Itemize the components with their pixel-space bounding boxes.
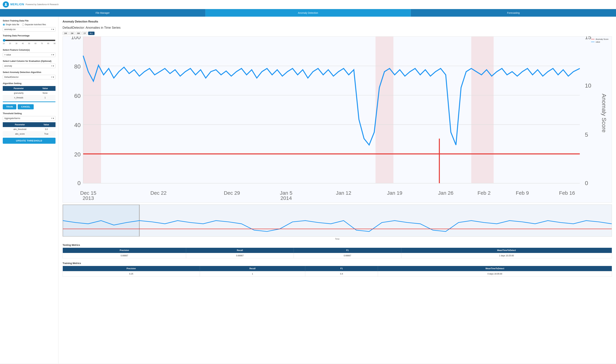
svg-text:60: 60	[74, 93, 81, 99]
svg-text:5: 5	[585, 131, 588, 138]
svg-rect-2	[376, 37, 393, 183]
time-btn-1y[interactable]: 1Y	[82, 32, 87, 35]
thresh-param-header: Parameter	[3, 122, 37, 127]
td-mttd: 0 days 16:05:00	[378, 271, 612, 277]
svg-text:2014: 2014	[280, 195, 292, 201]
slider-container: 10 20 30 40 50 60 70 80 90	[3, 38, 55, 46]
tab-file-manager[interactable]: File Manager	[0, 9, 205, 17]
time-btn-6m[interactable]: 6M	[76, 32, 81, 35]
training-percentage-label: Training Data Percentage	[3, 34, 55, 37]
param-cell: n_threads	[3, 95, 35, 100]
table-row: abs_score True	[3, 132, 55, 136]
td-recall: 1	[200, 271, 305, 277]
training-data-label: Select Training Data File	[3, 19, 55, 22]
time-buttons: 1W 1M 6M 1Y ALL	[63, 32, 612, 35]
sidebar: Select Training Data File Single data fi…	[0, 17, 58, 364]
table-row: alm_threshold 3.0	[3, 127, 55, 132]
slider-labels: 10 20 30 40 50 60 70 80 90	[3, 43, 55, 44]
training-metrics-title: Training Metrics	[63, 262, 612, 265]
separate-data-radio[interactable]: Separate train/test files	[22, 23, 46, 26]
param-cell: abs_score	[3, 132, 37, 136]
svg-text:Jan 5: Jan 5	[280, 190, 292, 196]
svg-point-0	[5, 3, 7, 5]
app-header: MERLION Powered by Salesforce AI Researc…	[0, 0, 616, 9]
label-dropdown-controls: × ▾	[51, 65, 54, 67]
label-column-label: Select Label Column for Evaluation (Opti…	[3, 60, 55, 62]
legend-value: value	[591, 41, 608, 43]
testing-metrics-table: Precision Recall F1 MeanTimeToDetect 0.6…	[63, 248, 612, 259]
th-precision: Precision	[63, 248, 186, 253]
svg-text:100: 100	[71, 36, 81, 40]
training-metrics-section: Training Metrics Precision Recall F1 Mea…	[63, 262, 612, 277]
feature-tag: × value	[4, 53, 11, 56]
table-row: 0.25 1 0.4 0 days 16:05:00	[63, 271, 612, 277]
cancel-button[interactable]: CANCEL	[18, 104, 34, 109]
th-precision: Precision	[63, 266, 200, 271]
algorithm-select[interactable]: DefaultDetector × ▾	[3, 75, 55, 79]
file-select[interactable]: anomaly.csv × ▾	[3, 27, 55, 32]
svg-text:Jan 19: Jan 19	[387, 190, 402, 196]
update-threshold-button[interactable]: UPDATE THRESHOLD	[3, 138, 55, 144]
training-percentage-slider[interactable]	[3, 39, 55, 42]
table-row: granularity None	[3, 91, 55, 95]
svg-text:2013: 2013	[83, 195, 94, 201]
table-row: n_threads 1	[3, 95, 55, 100]
th-mttd: MeanTimeToDetect	[378, 266, 612, 271]
testing-metrics-title: Testing Metrics	[63, 244, 612, 246]
main-content: Anomaly Detection Results DefaultDetecto…	[58, 17, 616, 364]
threshold-label: Threshold Setting	[3, 112, 55, 115]
time-btn-1m[interactable]: 1M	[69, 32, 75, 35]
mini-chart-wrapper	[63, 205, 612, 237]
th-recall: Recall	[200, 266, 305, 271]
feature-column-select[interactable]: × value × ▾	[3, 52, 55, 57]
tab-forecasting[interactable]: Forecasting	[411, 9, 616, 17]
label-column-select[interactable]: anomaly × ▾	[3, 64, 55, 68]
svg-text:Dec 15: Dec 15	[80, 190, 96, 196]
chart-legend: Anomaly Score value	[591, 38, 608, 43]
tab-anomaly-detection[interactable]: Anomaly Detection	[205, 9, 411, 17]
th-recall: Recall	[186, 248, 294, 253]
feature-column-label: Select Feature Column(s)	[3, 49, 55, 51]
param-header: Parameter	[3, 86, 35, 91]
testing-metrics-section: Testing Metrics Precision Recall F1 Mean…	[63, 244, 612, 259]
td-f1: 0.4	[305, 271, 378, 277]
chart-title: DefaultDetector: Anomalies in Time Serie…	[63, 26, 612, 29]
threshold-param-table: Parameter Value alm_threshold 3.0 abs_sc…	[3, 122, 55, 136]
label-column-section: Select Label Column for Evaluation (Opti…	[3, 60, 55, 68]
svg-rect-1	[83, 37, 101, 183]
algorithm-dropdown-controls: × ▾	[51, 76, 54, 78]
algorithm-label: Select Anomaly Detection Algorithm	[3, 71, 55, 74]
threshold-dropdown-controls: × ▾	[51, 117, 54, 119]
x-axis-label: Time	[63, 238, 612, 240]
svg-text:Dec 22: Dec 22	[151, 190, 166, 196]
data-file-radio-group: Single data file Separate train/test fil…	[3, 23, 55, 26]
time-btn-all[interactable]: ALL	[88, 32, 95, 35]
algorithm-section: Select Anomaly Detection Algorithm Defau…	[3, 71, 55, 79]
training-data-section: Select Training Data File Single data fi…	[3, 19, 55, 32]
svg-text:Feb 16: Feb 16	[559, 190, 575, 196]
value-header: Value	[35, 86, 55, 91]
algorithm-param-table: Parameter Value granularity None n_threa…	[3, 86, 55, 100]
td-recall: 0.66667	[186, 253, 294, 259]
svg-text:40: 40	[74, 122, 81, 128]
threshold-select[interactable]: AggregateAlarms × ▾	[3, 116, 55, 120]
value-cell: 3.0	[37, 127, 55, 132]
main-chart-wrapper: 100 80 60 40 20 0 15 10 5 0 Dec 15	[63, 36, 612, 203]
th-f1: F1	[294, 248, 401, 253]
train-button[interactable]: TRAIN	[3, 104, 16, 109]
time-btn-1w[interactable]: 1W	[63, 32, 68, 35]
dropdown-controls: × ▾	[51, 28, 54, 31]
td-mttd: 1 days 10:25:00	[401, 253, 612, 259]
svg-text:Jan 26: Jan 26	[438, 190, 453, 196]
single-data-radio[interactable]: Single data file	[3, 23, 19, 26]
main-chart-svg: 100 80 60 40 20 0 15 10 5 0 Dec 15	[63, 36, 612, 203]
feature-dropdown-controls: × ▾	[51, 53, 54, 56]
app-name: MERLION	[10, 3, 24, 6]
td-precision: 0.25	[63, 271, 200, 277]
th-f1: F1	[305, 266, 378, 271]
td-precision: 0.66667	[63, 253, 186, 259]
svg-text:0: 0	[77, 180, 81, 186]
mini-chart-svg	[63, 205, 612, 237]
logo-icon	[3, 1, 9, 8]
svg-text:15: 15	[585, 36, 591, 40]
